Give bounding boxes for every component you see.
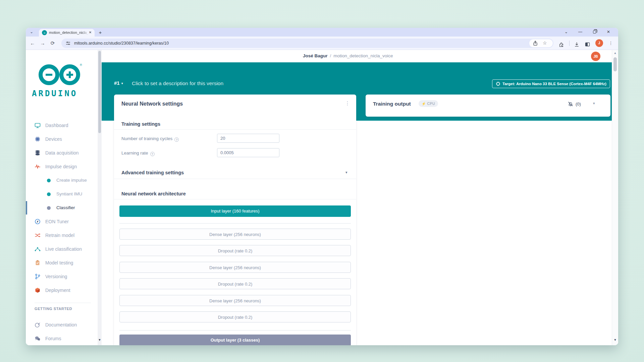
notification-count: (0) <box>576 102 581 107</box>
breadcrumb-project[interactable]: motion_detection_nicla_voice <box>333 53 393 58</box>
chat-icon <box>35 336 41 342</box>
layer-output[interactable]: Output layer (3 classes) <box>119 335 351 345</box>
address-bar[interactable]: mltools.arduino.cc/studio/230837/learnin… <box>61 39 553 48</box>
tab-search-button[interactable]: ⌄ <box>28 29 35 36</box>
training-output-card: Training output ⚡ CPU (0) ▾ <box>366 95 610 117</box>
sidebar-item-deployment[interactable]: Deployment <box>26 285 97 295</box>
dot-icon <box>47 192 51 196</box>
learning-rate-input[interactable] <box>217 148 279 157</box>
sidebar-item-forums[interactable]: Forums <box>26 334 97 344</box>
advanced-settings-header[interactable]: Advanced training settings <box>121 170 184 175</box>
help-icon[interactable]: ? <box>150 152 155 156</box>
chip-icon <box>35 136 41 142</box>
chevron-down-icon[interactable]: ▾ <box>593 101 595 106</box>
cpu-badge: ⚡ CPU <box>419 100 438 107</box>
back-button[interactable]: ← <box>29 39 37 47</box>
forward-button[interactable]: → <box>39 39 47 47</box>
page-content: ® ARDUINO Dashboard <box>26 50 618 345</box>
sidebar-item-data-acquisition[interactable]: Data acquisition <box>26 148 97 158</box>
breadcrumb-row: José Bagur/motion_detection_nicla_voice … <box>102 50 612 62</box>
sidebar-item-syntiant-imu[interactable]: Syntiant IMU <box>26 189 97 199</box>
user-avatar[interactable]: JB <box>591 52 600 61</box>
layer-dropout-1[interactable]: Dropout (rate 0.2) <box>119 245 351 256</box>
url-text: mltools.arduino.cc/studio/230837/learnin… <box>74 41 169 46</box>
architecture-header: Neural network architecture <box>121 191 186 196</box>
active-item-indicator <box>26 201 27 215</box>
sidebar-item-dashboard[interactable]: Dashboard <box>26 120 97 130</box>
shuffle-icon <box>35 232 41 238</box>
divider <box>114 129 356 130</box>
scroll-up-icon[interactable]: ▲ <box>612 51 618 55</box>
svg-text:®: ® <box>80 63 82 67</box>
sidebar-section-header: GETTING STARTED <box>35 307 72 311</box>
page-scrollbar[interactable]: ▲ ▼ <box>612 50 618 345</box>
share-icon[interactable] <box>533 41 538 46</box>
layer-dense-2[interactable]: Dense layer (256 neurons) <box>119 262 351 273</box>
side-panel-icon[interactable] <box>585 42 590 47</box>
svg-text:∞: ∞ <box>43 31 46 35</box>
breadcrumb-user[interactable]: José Bagur <box>303 53 328 58</box>
layer-dense-3[interactable]: Dense layer (256 neurons) <box>119 295 351 306</box>
arduino-logo[interactable]: ® <box>37 63 83 89</box>
layer-input[interactable]: Input layer (160 features) <box>119 205 351 217</box>
sidebar-item-versioning[interactable]: Versioning <box>26 272 97 282</box>
window-minimize-button[interactable]: — <box>575 28 585 37</box>
extensions-puzzle-icon[interactable] <box>558 42 564 47</box>
browser-menu-kebab-icon[interactable]: ⋮ <box>608 39 613 47</box>
branch-icon <box>35 274 41 280</box>
version-bar: #1▾ Click to set a description for this … <box>114 80 123 89</box>
arduino-wordmark: ARDUINO <box>32 89 77 98</box>
card-menu-kebab-icon[interactable]: ⋮ <box>345 100 350 108</box>
sidebar-item-documentation[interactable]: Documentation <box>26 320 97 330</box>
breadcrumb-separator: / <box>330 53 331 58</box>
site-settings-icon[interactable] <box>65 41 71 46</box>
sidebar-item-classifier[interactable]: Classifier <box>26 203 97 213</box>
browser-profile-avatar[interactable]: J <box>595 39 603 47</box>
sidebar-item-devices[interactable]: Devices <box>26 134 97 144</box>
pulse-icon <box>35 164 41 170</box>
dot-icon <box>47 206 51 210</box>
browser-tab[interactable]: ∞ motion_detection_nicla_voice - C ✕ <box>39 29 95 37</box>
browser-window: ⌄ ∞ motion_detection_nicla_voice - C ✕ +… <box>26 28 618 345</box>
sidebar-item-live-classification[interactable]: Live classification <box>26 244 97 254</box>
layer-dropout-3[interactable]: Dropout (rate 0.2) <box>119 311 351 322</box>
desktop-background: ⌄ ∞ motion_detection_nicla_voice - C ✕ +… <box>0 0 644 362</box>
chevron-down-icon[interactable]: ▾ <box>121 81 123 85</box>
reload-button[interactable]: ⟳ <box>49 39 57 47</box>
sidebar-item-retrain-model[interactable]: Retrain model <box>26 230 97 240</box>
new-tab-button[interactable]: + <box>97 29 104 36</box>
clipboard-icon <box>35 260 41 266</box>
help-icon[interactable]: ? <box>174 137 179 142</box>
sidebar-item-model-testing[interactable]: Model testing <box>26 258 97 268</box>
training-cycles-input[interactable] <box>217 134 279 143</box>
window-chevron-button[interactable]: ⌄ <box>561 28 571 37</box>
card-title: Neural Network settings <box>121 101 183 107</box>
sidebar-item-eon-tuner[interactable]: EON Tuner <box>26 217 97 227</box>
divider <box>114 199 356 199</box>
window-restore-button[interactable] <box>589 28 599 37</box>
bookmark-star-icon[interactable]: ☆ <box>543 40 547 46</box>
window-close-button[interactable]: ✕ <box>603 28 613 37</box>
layer-dense-1[interactable]: Dense layer (256 neurons) <box>119 229 351 240</box>
notifications-muted-icon[interactable] <box>568 101 573 107</box>
chevron-down-icon[interactable]: ▾ <box>345 170 347 175</box>
tab-close-icon[interactable]: ✕ <box>88 30 93 35</box>
version-dropdown[interactable]: #1 <box>114 80 120 86</box>
sidebar-scroll-thumb[interactable] <box>98 51 101 133</box>
scroll-down-icon[interactable]: ▼ <box>612 338 618 342</box>
page-scroll-thumb[interactable] <box>613 57 617 71</box>
box-icon <box>35 287 41 293</box>
sidebar-item-impulse-design[interactable]: Impulse design <box>26 162 97 172</box>
download-icon[interactable] <box>574 42 580 47</box>
layer-dropout-2[interactable]: Dropout (rate 0.2) <box>119 278 351 289</box>
compass-icon <box>35 219 41 225</box>
omnibox-actions: ☆ <box>529 39 553 47</box>
layer-divider <box>119 223 351 224</box>
dot-icon <box>47 179 51 182</box>
version-description[interactable]: Click to set a description for this vers… <box>132 80 333 86</box>
sidebar-scrollbar[interactable]: ▼ <box>98 50 102 345</box>
target-device-chip[interactable]: Target: Arduino Nano 33 BLE Sense (Corte… <box>492 79 610 88</box>
database-icon <box>35 150 41 156</box>
sidebar-scroll-down-icon[interactable]: ▼ <box>98 338 102 342</box>
sidebar-item-create-impulse[interactable]: Create impulse <box>26 175 97 185</box>
